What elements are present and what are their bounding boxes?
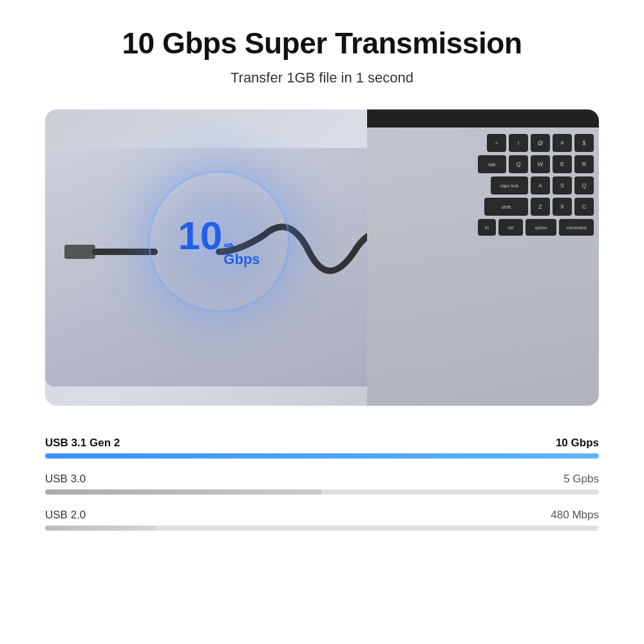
key-option: option (526, 219, 556, 236)
key-tab: tab (478, 155, 506, 173)
key-q: Q (509, 155, 528, 173)
speed-value-usb30: 5 Gpbs (564, 473, 599, 486)
key-shift: shift (484, 198, 528, 216)
key-c: C (574, 198, 594, 216)
arrows-icon: ⇒ (223, 238, 233, 252)
speed-name-usb30: USB 3.0 (45, 473, 86, 486)
hero-image: 10 ⇒ Gbps ~ ! @ # $ (45, 109, 599, 406)
key-command: command (559, 219, 594, 236)
key-r: R (574, 155, 594, 173)
key-tilde: ~ (487, 134, 506, 152)
key-e: E (553, 155, 572, 173)
speed-row-usb30: USB 3.0 5 Gpbs (45, 473, 599, 495)
comparison-section: USB 3.1 Gen 2 10 Gbps USB 3.0 5 Gpbs USB… (45, 437, 599, 531)
speed-value-usb31: 10 Gbps (556, 437, 599, 450)
key-capslock: caps lock (491, 176, 528, 194)
subtitle: Transfer 1GB file in 1 second (231, 70, 413, 86)
speed-value-usb20: 480 Mbps (551, 509, 599, 522)
key-ctrl: ctrl (498, 219, 523, 236)
key-w: W (531, 155, 550, 173)
gbps-unit: Gbps (223, 251, 260, 268)
main-title: 10 Gbps Super Transmission (122, 26, 522, 61)
key-fn: fn (478, 219, 496, 236)
speed-name-usb31: USB 3.1 Gen 2 (45, 437, 120, 450)
gbps-text-group: ⇒ Gbps (223, 238, 260, 268)
key-3: # (553, 134, 572, 152)
key-z: Z (531, 198, 550, 216)
speed-row-usb31: USB 3.1 Gen 2 10 Gbps (45, 437, 599, 459)
key-row-qwer: tab Q W E R (372, 155, 594, 173)
bar-fill-usb30 (45, 489, 322, 495)
speed-row-usb20: USB 2.0 480 Mbps (45, 509, 599, 531)
key-d: Q (574, 176, 594, 194)
key-4: $ (574, 134, 594, 152)
key-row-bottom: fn ctrl option command (372, 219, 594, 236)
speed-labels-usb20: USB 2.0 480 Mbps (45, 509, 599, 522)
bar-track-usb20 (45, 526, 599, 531)
gbps-number: 10 (178, 216, 222, 256)
speed-name-usb20: USB 2.0 (45, 509, 86, 522)
key-x: X (553, 198, 572, 216)
speed-circle: 10 ⇒ Gbps (148, 171, 290, 312)
bar-fill-usb20 (45, 526, 156, 531)
bar-track-usb30 (45, 489, 599, 495)
speed-labels-usb31: USB 3.1 Gen 2 10 Gbps (45, 437, 599, 450)
key-row-zxcv: shift Z X C (372, 198, 594, 216)
key-2: @ (531, 134, 550, 152)
key-s: S (553, 176, 572, 194)
bar-track-usb31 (45, 453, 599, 459)
laptop-right: ~ ! @ # $ tab Q W E R caps lock A (367, 109, 599, 406)
key-1: ! (509, 134, 528, 152)
speed-labels-usb30: USB 3.0 5 Gpbs (45, 473, 599, 486)
key-row-numbers: ~ ! @ # $ (372, 134, 594, 152)
key-row-asdf: caps lock A S Q (372, 176, 594, 194)
key-a: A (531, 176, 550, 194)
keyboard-area: ~ ! @ # $ tab Q W E R caps lock A (367, 128, 599, 406)
screen-bar (367, 109, 599, 128)
page-wrapper: 10 Gbps Super Transmission Transfer 1GB … (0, 0, 644, 644)
gbps-label: 10 ⇒ Gbps (178, 216, 260, 268)
bar-fill-usb31 (45, 453, 599, 459)
